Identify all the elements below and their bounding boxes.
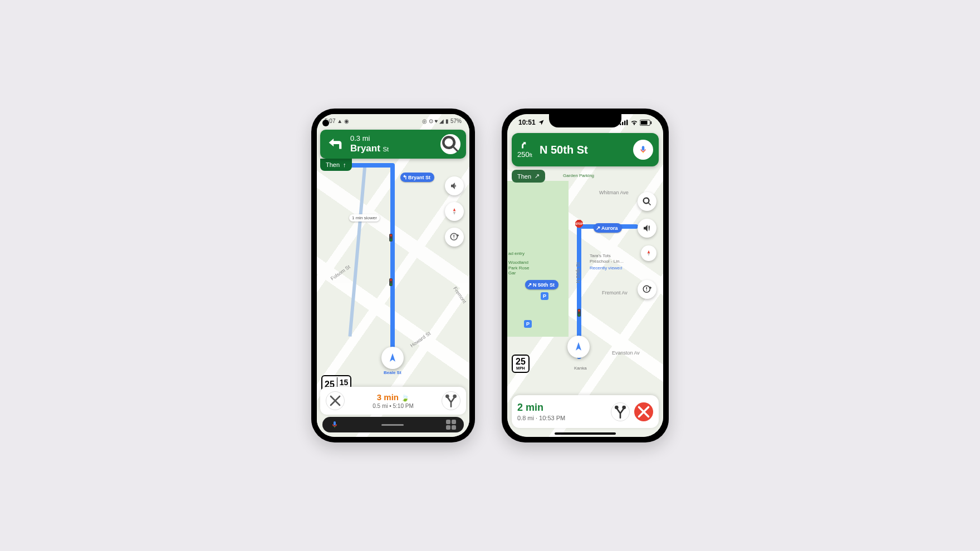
route-street-pill-2[interactable]: ↗N 50th St (525, 280, 558, 289)
route-pill-label: Aurora (601, 225, 618, 231)
eta-info: 3 min 🍃 0.5 mi • 5:10 PM (349, 392, 437, 409)
then-card[interactable]: Then ↑ (320, 159, 352, 171)
location-arrow-icon (538, 119, 545, 126)
apps-grid-icon[interactable] (446, 420, 456, 430)
park-area (507, 181, 569, 337)
close-route-button[interactable] (326, 391, 345, 410)
street-label-evanston: Evanston Av (612, 350, 640, 356)
compass-button[interactable] (445, 202, 464, 221)
svg-rect-6 (626, 120, 628, 125)
compass-icon (644, 248, 654, 258)
direction-info: N 50th St (540, 143, 628, 156)
route-street-pill[interactable]: ↰Bryant St (400, 173, 434, 182)
android-nav-pill[interactable] (322, 417, 464, 432)
svg-rect-5 (624, 121, 625, 125)
android-phone-frame: ↰Bryant St 1 min slower Folsom St Howard… (311, 109, 475, 442)
route-pill-label: N 50th St (533, 282, 555, 288)
search-icon (642, 196, 652, 206)
close-icon (326, 392, 344, 410)
eta-card[interactable]: 2 min 0.8 mi · 10:53 PM (512, 395, 659, 428)
alt-route-icon (442, 392, 460, 410)
direction-card[interactable]: 250ft N 50th St (512, 133, 659, 166)
route-street-pill[interactable]: ↗Aurora (594, 223, 622, 233)
poi-kanka: Kanka (574, 366, 587, 371)
poi-garden: Garden Parking (563, 173, 594, 179)
report-icon (642, 284, 652, 294)
report-button[interactable] (445, 228, 464, 247)
svg-rect-4 (622, 122, 623, 125)
current-location-cursor[interactable] (567, 336, 590, 358)
eta-duration: 2 min (517, 402, 606, 414)
home-handle[interactable] (381, 424, 404, 426)
iphone-screen: STOP P P ↗Aurora ↗N 50th St Whitman Ave … (507, 114, 663, 437)
traffic-light-icon (389, 278, 393, 286)
parking-icon: P (524, 320, 532, 328)
poi-taras: Tara's Tots Preschool - Lin… (590, 253, 624, 264)
turn-icon-group: 250ft (517, 140, 534, 159)
street-label-howard: Howard St (409, 331, 432, 348)
speaker-alert-icon (642, 223, 652, 233)
poi-recent: Recently viewed (590, 265, 622, 271)
report-button[interactable] (638, 280, 656, 299)
route-line (390, 164, 395, 359)
traffic-light-icon (389, 234, 393, 242)
bear-right-icon (517, 140, 530, 149)
street-label-fremont: Fremont (452, 286, 467, 304)
svg-point-11 (615, 406, 618, 409)
search-icon (440, 134, 460, 154)
current-street-label: Beale St (384, 370, 401, 375)
camera-punchhole (322, 120, 329, 126)
alternate-routes-button[interactable] (442, 391, 460, 410)
poi-entry: ad entry (508, 251, 525, 257)
android-screen: ↰Bryant St 1 min slower Folsom St Howard… (317, 114, 469, 437)
compass-button[interactable] (641, 245, 656, 261)
then-label: Then (326, 161, 340, 168)
svg-rect-8 (641, 121, 648, 125)
direction-street: Bryant St (350, 143, 435, 154)
svg-point-1 (446, 395, 448, 397)
close-icon (634, 402, 653, 421)
current-location-cursor[interactable] (381, 347, 404, 369)
search-button[interactable] (440, 134, 460, 154)
svg-point-12 (623, 406, 625, 409)
speed-limit-value: 25 (516, 357, 526, 366)
microphone-icon (638, 145, 648, 155)
mic-button[interactable] (633, 140, 653, 160)
iphone-frame: STOP P P ↗Aurora ↗N 50th St Whitman Ave … (502, 109, 669, 442)
status-indicators (620, 115, 652, 130)
audio-button[interactable] (445, 176, 464, 195)
wifi-icon (630, 119, 638, 126)
eta-subtitle: 0.5 mi • 5:10 PM (349, 403, 437, 409)
speed-unit: MPH (516, 366, 525, 370)
iphone-home-indicator[interactable] (555, 432, 616, 435)
direction-card[interactable]: 0.3 mi Bryant St (320, 130, 466, 159)
svg-point-2 (454, 395, 456, 397)
status-time: 10:51 (518, 119, 536, 126)
iphone-notch (549, 114, 621, 127)
nav-arrow-icon (573, 341, 584, 352)
eta-card[interactable]: 3 min 🍃 0.5 mi • 5:10 PM (320, 387, 466, 415)
parking-icon: P (541, 292, 548, 300)
eco-leaf-icon: 🍃 (401, 394, 409, 402)
route-turn (350, 163, 395, 168)
alternate-routes-button[interactable] (611, 402, 630, 421)
then-card[interactable]: Then ↗ (512, 170, 545, 183)
close-route-button[interactable] (634, 402, 653, 421)
current-speed-value: 15 (340, 378, 349, 387)
assistant-mic-icon[interactable] (330, 420, 339, 429)
android-status-bar: 5:07 ▲ ◉ ◎ ⊙ ♥ ◢ ▮ 57% (317, 114, 469, 127)
audio-alert-button[interactable] (638, 219, 656, 238)
then-label: Then (517, 173, 531, 180)
alt-route-pill[interactable]: 1 min slower (349, 214, 380, 222)
direction-distance: 250 (517, 150, 530, 159)
street-label-n50: N 50th St (575, 262, 581, 283)
street-label-folsom: Folsom St (330, 264, 351, 281)
poi-woodland: Woodland Park Rose Gar (508, 260, 529, 276)
status-indicators: ◎ ⊙ ♥ ◢ ▮ 57% (422, 118, 462, 124)
direction-distance: 0.3 mi (350, 134, 435, 143)
direction-distance-unit: ft (530, 152, 532, 158)
status-time-group: 10:51 (518, 115, 545, 130)
search-button[interactable] (638, 192, 656, 211)
speed-limit-box: 25 MPH (512, 355, 530, 373)
turn-left-icon (326, 135, 345, 154)
